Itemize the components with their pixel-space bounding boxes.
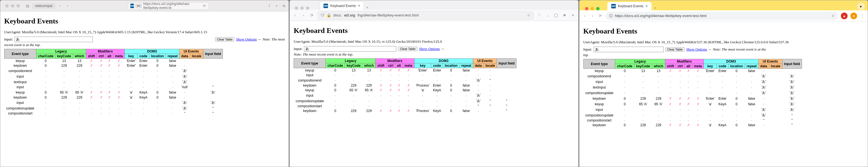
close-window-button[interactable] — [295, 6, 298, 10]
tabs-icon[interactable]: ⧉ — [281, 3, 286, 8]
menu-icon[interactable]: ⋮ — [860, 13, 865, 19]
new-tab-icon[interactable]: + — [274, 3, 279, 8]
reload-icon[interactable]: ⟳ — [309, 13, 314, 18]
shield-icon[interactable]: 🛡 — [321, 13, 324, 17]
address-bar[interactable]: ⓘ https://dvcs.w3.org/hg/d4e/raw-file/ti… — [606, 12, 838, 20]
cell: '' — [203, 106, 223, 111]
cell — [190, 74, 203, 79]
col-event-type: Event type — [4, 49, 36, 59]
cell: 'あ' — [180, 74, 190, 79]
table-row: input-----------'あ'- — [294, 93, 517, 98]
cell: - — [326, 98, 345, 104]
back-icon[interactable]: ‹ — [292, 13, 298, 18]
cell: ✗ — [86, 59, 97, 63]
cell: - — [403, 104, 414, 109]
zoom-window-button[interactable] — [596, 7, 599, 10]
profile-icon[interactable]: ● — [850, 12, 857, 19]
cell: - — [665, 118, 676, 123]
minimize-window-button[interactable] — [591, 7, 594, 10]
address-bar[interactable]: 🛡 🔒 dvcs.w3.org/hg/d4e/raw-file/tip/key-… — [318, 11, 533, 20]
tab-active[interactable]: W3 Keyboard Events × — [608, 2, 652, 10]
note-sep: -- — [441, 47, 444, 51]
cell: - — [86, 68, 97, 74]
new-tab-icon[interactable]: + — [365, 5, 370, 10]
tab-active[interactable]: W3 Keyboard Events × — [320, 1, 364, 10]
close-tab-icon[interactable]: × — [358, 4, 360, 8]
cell — [190, 100, 203, 106]
address-bar[interactable]: W3 W3 https://dvcs.w3.org/hg/d4e/raw-fil… — [128, 2, 209, 9]
clear-table-button[interactable]: Clear Table — [398, 47, 417, 51]
minimize-window-button[interactable] — [300, 6, 304, 10]
show-options-link[interactable]: Show Options — [686, 47, 707, 52]
minimize-window-button[interactable] — [11, 4, 14, 7]
cell: - — [86, 106, 97, 111]
col-alt: alt — [395, 63, 403, 68]
account-icon[interactable]: ◯ — [554, 13, 559, 18]
cell: - — [386, 78, 395, 83]
cell: - — [615, 85, 634, 90]
cell — [769, 90, 782, 96]
note-sep: -- — [258, 37, 261, 42]
cell: - — [36, 85, 55, 90]
cell: ✗ — [97, 95, 106, 100]
cell: 229 — [55, 95, 73, 100]
cell — [190, 95, 203, 100]
show-options-link[interactable]: Show Options — [236, 37, 257, 42]
extensions-icon[interactable]: ❖ — [562, 13, 567, 18]
lock-icon: 🔒 — [327, 13, 331, 17]
cell: 'Enter' — [125, 59, 137, 63]
fwd-icon[interactable]: › — [590, 13, 595, 19]
cell: '' — [497, 109, 516, 113]
bookmark-icon[interactable]: ☆ — [831, 14, 835, 18]
extension-1-icon[interactable]: ▲ — [841, 12, 847, 19]
cell: 'a' — [704, 101, 716, 107]
cell: - — [376, 78, 386, 83]
zoom-window-button[interactable] — [17, 4, 20, 7]
cell: 0 — [615, 69, 634, 73]
col-locale: locale — [190, 54, 203, 59]
note-sep: -- — [709, 47, 711, 52]
search-tabs-button[interactable]: ▾ — [857, 2, 865, 10]
back-icon[interactable]: ‹ — [582, 13, 587, 19]
download-icon[interactable]: ↓ — [545, 13, 550, 18]
cell: 'あ' — [782, 73, 802, 79]
show-options-link[interactable]: Show Options — [419, 47, 440, 51]
table-row: keydown0229229✗✗✗✗'Process'Enter0false-- — [294, 83, 517, 88]
cell: ✗ — [376, 83, 386, 88]
fwd-icon[interactable]: › — [65, 3, 70, 8]
zoom-window-button[interactable] — [306, 6, 309, 10]
test-input[interactable] — [594, 47, 663, 52]
cell — [769, 107, 782, 112]
fwd-icon[interactable]: › — [301, 13, 306, 18]
close-window-button[interactable] — [5, 4, 9, 7]
new-tab-icon[interactable]: + — [653, 5, 658, 10]
cell: - — [685, 90, 692, 96]
sidebar-icon[interactable]: ▤ — [25, 3, 30, 8]
table-row: compositionupdate-----------'あ''''' — [294, 98, 517, 104]
cell: 0 — [443, 83, 460, 88]
back-icon[interactable]: ‹ — [58, 3, 63, 8]
heart-icon[interactable]: ♡ — [537, 13, 542, 18]
close-window-button[interactable] — [585, 7, 588, 10]
tab-inactive[interactable]: webcompat — [32, 3, 55, 9]
reload-icon[interactable]: ⟳ — [203, 3, 206, 8]
reload-icon[interactable]: ⟳ — [598, 13, 603, 19]
close-tab-icon[interactable]: × — [646, 4, 648, 8]
table-row: input-----------'null''' — [4, 85, 223, 90]
menu-icon[interactable]: ≡ — [570, 13, 576, 18]
site-info-icon[interactable]: ⓘ — [609, 13, 613, 19]
test-input[interactable] — [14, 37, 93, 42]
cell: ✗ — [403, 88, 414, 93]
bookmark-icon[interactable]: ☆ — [527, 13, 530, 17]
clear-table-button[interactable]: Clear Table — [215, 37, 234, 42]
cell: ✗ — [685, 96, 692, 101]
share-icon[interactable]: ⤴ — [267, 3, 272, 8]
test-input[interactable] — [304, 46, 396, 52]
cell: - — [484, 83, 497, 88]
cell: 0 — [326, 68, 345, 73]
clear-table-button[interactable]: Clear Table — [665, 47, 685, 52]
cell: ✗ — [395, 83, 403, 88]
cell: - — [326, 93, 345, 98]
cell: '' — [180, 111, 190, 116]
cell: - — [326, 104, 345, 109]
